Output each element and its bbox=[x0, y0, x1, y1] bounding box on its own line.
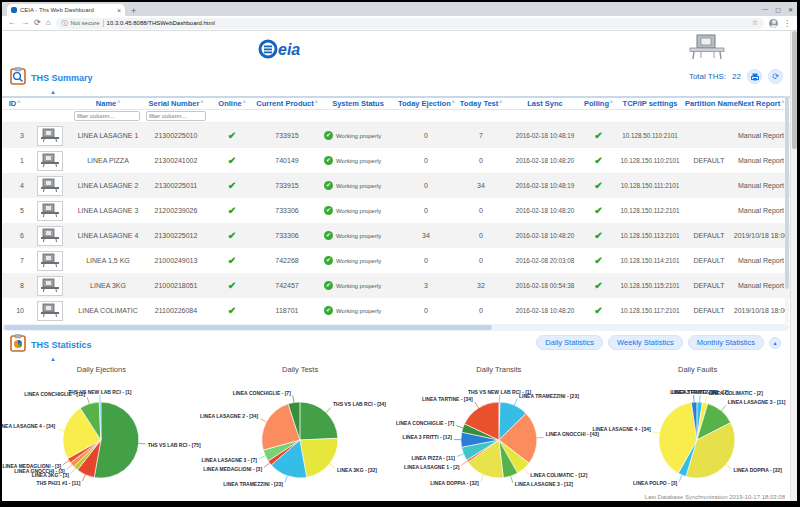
cell-next-report: Manual Report bbox=[733, 157, 789, 164]
sort-caret-icon[interactable]: ^ bbox=[17, 99, 20, 105]
status-ok-icon: ✔ bbox=[324, 231, 333, 240]
column-header-current-product[interactable]: Current Product^ bbox=[256, 99, 318, 108]
security-label: Not secure bbox=[71, 20, 100, 26]
summary-collapse-arrow[interactable]: ▲ bbox=[50, 89, 789, 95]
cell-last-sync: 2016-02-18 10:48:19 bbox=[508, 132, 582, 139]
serial-filter-input[interactable] bbox=[146, 111, 206, 121]
column-header-last-sync[interactable]: Last Sync bbox=[508, 99, 582, 108]
slice-label: LINEA MEDAGLIONI - [3] bbox=[203, 466, 262, 472]
status-ok-icon: ✔ bbox=[324, 256, 333, 265]
cell-tcpip-settings: 10.128.150.113:2101 bbox=[615, 232, 685, 239]
horizontal-scrollbar[interactable] bbox=[2, 324, 789, 331]
sort-caret-icon[interactable]: ^ bbox=[610, 99, 613, 105]
column-header-today-test[interactable]: Today Test^ bbox=[454, 99, 508, 108]
cell-name: LINEA COLIMATIC bbox=[72, 307, 144, 314]
cell-last-sync: 2016-02-18 00:54:38 bbox=[508, 282, 582, 289]
page-scrollbar-thumb[interactable] bbox=[792, 31, 797, 149]
cell-system-status: ✔Working properly bbox=[318, 156, 398, 165]
status-text: Working properly bbox=[336, 133, 381, 139]
column-header-next-report[interactable]: Next Report^ bbox=[733, 99, 789, 108]
refresh-icon[interactable]: ⟳ bbox=[34, 19, 41, 27]
cell-id: 5 bbox=[2, 207, 27, 214]
tab-close-icon[interactable]: × bbox=[117, 7, 121, 14]
maximize-button[interactable]: ▢ bbox=[775, 6, 781, 13]
daily-statistics-button[interactable]: Daily Statistics bbox=[536, 335, 603, 350]
page-scrollbar[interactable] bbox=[790, 31, 797, 501]
cell-partition-name: DEFAULT bbox=[685, 282, 733, 289]
label-leader-line bbox=[264, 463, 270, 467]
home-icon[interactable]: ⌂ bbox=[46, 19, 51, 27]
table-row[interactable]: 10LINEA COLIMATIC21100226084✔118701✔Work… bbox=[2, 298, 797, 323]
weekly-statistics-button[interactable]: Weekly Statistics bbox=[608, 335, 683, 350]
bookmark-star-icon[interactable]: ☆ bbox=[752, 19, 758, 27]
slice-label: LINEA COLIMATIC - [12] bbox=[530, 472, 587, 478]
column-header-system-status[interactable]: System Status bbox=[318, 99, 398, 108]
online-check-icon: ✔ bbox=[228, 255, 236, 266]
column-header-today-ejection[interactable]: Today Ejection^ bbox=[398, 99, 454, 108]
cell-serial-number: 21100226084 bbox=[144, 307, 208, 314]
column-header-tcp-ip-settings[interactable]: TCP/IP settings bbox=[615, 99, 685, 108]
monthly-statistics-button[interactable]: Monthly Statistics bbox=[688, 335, 764, 350]
table-row[interactable]: 6LINEA LASAGNE 421300225012✔733306✔Worki… bbox=[2, 223, 797, 248]
summary-clipboard-icon bbox=[10, 67, 26, 89]
cell-current-product: 742268 bbox=[256, 257, 318, 264]
statistics-section-header: THS Statistics ▲ Daily Statistics Weekly… bbox=[2, 331, 797, 363]
sort-caret-icon[interactable]: ^ bbox=[781, 99, 784, 105]
sort-caret-icon[interactable]: ^ bbox=[117, 99, 120, 105]
column-header-partition-name[interactable]: Partition Name^ bbox=[685, 99, 733, 108]
minimize-button[interactable]: — bbox=[762, 6, 768, 13]
back-icon[interactable]: ← bbox=[8, 19, 16, 27]
statistics-clipboard-icon bbox=[10, 334, 26, 356]
table-filter-row bbox=[2, 110, 797, 123]
label-leader-line bbox=[726, 464, 731, 468]
pie-chart: LINEA TRAMEZZINI - [2]LINEA COLIMATIC - … bbox=[598, 378, 797, 501]
sort-caret-icon[interactable]: ^ bbox=[499, 99, 502, 105]
cell-last-sync: 2016-02-18 10:48:20 bbox=[508, 307, 582, 314]
column-header-polling[interactable]: Polling^ bbox=[582, 99, 615, 108]
sync-button[interactable]: ⟳ bbox=[768, 69, 783, 84]
info-icon[interactable]: ⓘ bbox=[62, 19, 68, 28]
column-header-serial-number[interactable]: Serial Number^ bbox=[144, 99, 208, 108]
profile-avatar-icon[interactable] bbox=[769, 19, 778, 28]
address-bar[interactable]: ⓘ Not secure 10.3.0.45:8088/THSWebDashbo… bbox=[56, 18, 764, 29]
cell-partition-name: DEFAULT bbox=[685, 307, 733, 314]
statistics-collapse-arrow[interactable]: ▲ bbox=[50, 356, 789, 362]
sort-caret-icon[interactable]: ^ bbox=[243, 99, 246, 105]
sync-status-text: Last Database Synchronization 2019-10-17… bbox=[645, 494, 785, 500]
sort-caret-icon[interactable]: ^ bbox=[200, 99, 203, 105]
pie-chart: THS VS NEW LAB RCI - [1]LINEA TRAMEZZINI… bbox=[400, 378, 599, 501]
label-leader-line bbox=[514, 399, 517, 405]
status-ok-icon: ✔ bbox=[324, 206, 333, 215]
horizontal-scrollbar-thumb[interactable] bbox=[4, 325, 492, 330]
table-row[interactable]: 1LINEA PIZZA21300241002✔740149✔Working p… bbox=[2, 148, 797, 173]
cell-name: LINEA LASAGNE 4 bbox=[72, 232, 144, 239]
table-row[interactable]: 7LINEA 1,5 KG21000249013✔742268✔Working … bbox=[2, 248, 797, 273]
table-row[interactable]: 4LINEA LASAGNE 221300225011✔733915✔Worki… bbox=[2, 173, 797, 198]
cell-today-test: 0 bbox=[454, 232, 508, 239]
cell-current-product: 733915 bbox=[256, 132, 318, 139]
forward-icon[interactable]: → bbox=[21, 19, 29, 27]
table-scrollbar[interactable] bbox=[785, 96, 789, 323]
new-tab-button[interactable]: + bbox=[131, 6, 136, 16]
slice-label: LINEA LASAGNE 1 - [2] bbox=[404, 464, 460, 470]
cell-online: ✔ bbox=[208, 231, 256, 241]
browser-tab[interactable]: CEIA - Ths Web Dashboard × bbox=[7, 4, 125, 16]
cell-partition-name: DEFAULT bbox=[685, 232, 733, 239]
name-filter-input[interactable] bbox=[74, 111, 140, 121]
column-header-name[interactable]: Name^ bbox=[72, 99, 144, 108]
table-row[interactable]: 3LINEA LASAGNE 121300225010✔733915✔Worki… bbox=[2, 123, 797, 148]
close-button[interactable]: ✕ bbox=[788, 6, 793, 13]
online-check-icon: ✔ bbox=[228, 155, 236, 166]
slice-label: LINEA TRAMEZZINI - [23] bbox=[519, 393, 579, 399]
status-text: Working properly bbox=[336, 258, 381, 264]
print-button[interactable] bbox=[747, 69, 762, 84]
table-row[interactable]: 8LINEA 3KG21000218051✔742457✔Working pro… bbox=[2, 273, 797, 298]
table-scrollbar-thumb[interactable] bbox=[785, 96, 789, 289]
table-row[interactable]: 5LINEA LASAGNE 321200239026✔733306✔Worki… bbox=[2, 198, 797, 223]
column-header-id[interactable]: ID^ bbox=[2, 99, 27, 108]
more-options-button[interactable]: ▴ bbox=[769, 337, 781, 349]
total-ths-label: Total THS: bbox=[689, 72, 726, 81]
column-header-online[interactable]: Online^ bbox=[208, 99, 256, 108]
browser-menu-icon[interactable]: ⋮ bbox=[783, 19, 791, 28]
logo-text: eia bbox=[278, 41, 300, 58]
